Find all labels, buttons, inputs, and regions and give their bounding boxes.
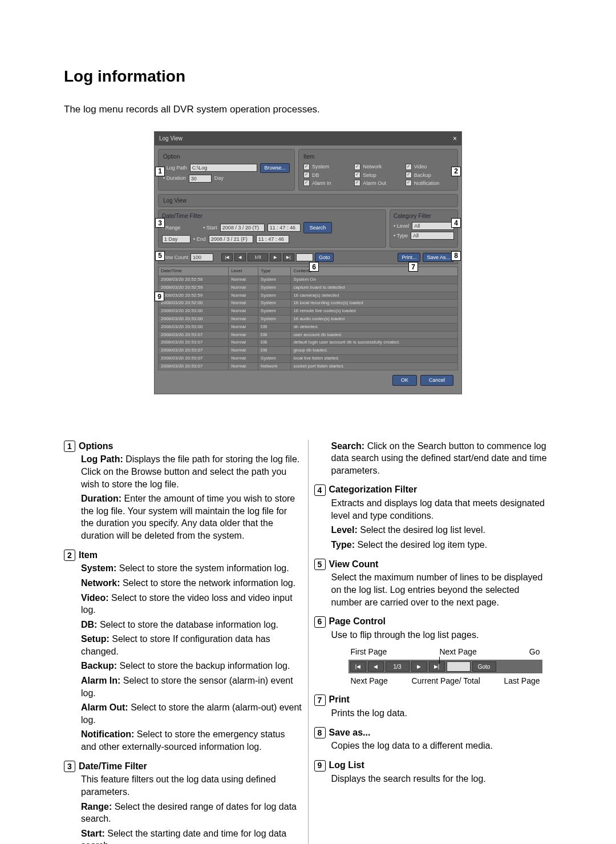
cancel-button[interactable]: Cancel (420, 375, 453, 385)
pd-go-label: Go (529, 647, 540, 657)
item-check-alarm-out[interactable]: ✓Alarm Out (354, 180, 402, 187)
callout-2: 2 (451, 167, 461, 176)
item-check-notification[interactable]: ✓Notification (406, 180, 453, 187)
close-icon[interactable]: × (453, 134, 457, 143)
item-panel: 2 Item ✓System✓Network✓Video✓DB✓Setup✓Ba… (298, 149, 458, 191)
pd-goto-button: Goto (472, 661, 496, 672)
start-date-input[interactable]: 2008 / 3 / 20 (T) (220, 224, 265, 232)
checkbox-icon[interactable]: ✓ (303, 172, 310, 178)
callout-4-ref: 4 (314, 484, 326, 496)
saveas-button[interactable]: Save As... (423, 253, 454, 262)
end-date-input[interactable]: 2008 / 3 / 21 (F) (209, 235, 253, 243)
checkbox-icon[interactable]: ✓ (406, 180, 412, 186)
callout-3: 3 (155, 218, 165, 228)
callout-2-ref: 2 (64, 550, 75, 561)
type-select[interactable]: All (411, 232, 454, 240)
datetime-filter-panel: 3 Date/Time Filter • Range • Start 2008 … (158, 209, 386, 248)
pd-last-label: Last Page (504, 676, 540, 686)
cat-heading: Categorization Filter (329, 484, 418, 494)
callout-5: 5 (155, 251, 165, 261)
column-divider (308, 440, 309, 844)
goto-input[interactable] (296, 253, 313, 261)
window-title: Log View (159, 135, 453, 143)
cat-header: Category Filter (394, 212, 454, 220)
callout-8-ref: 8 (314, 727, 326, 738)
print-button[interactable]: Print... (398, 253, 420, 262)
duration-input[interactable]: 30 (189, 175, 212, 183)
pc-heading: Page Control (329, 616, 386, 626)
print-heading: Print (329, 694, 350, 704)
item-check-setup[interactable]: ✓Setup (354, 172, 402, 179)
checkbox-icon[interactable]: ✓ (406, 164, 412, 170)
duration-unit: Day (214, 175, 224, 181)
last-page-icon[interactable]: ▶| (283, 253, 294, 261)
table-row[interactable]: 2008/03/20 20:53:07NormalNetworksocket p… (159, 362, 458, 370)
checkbox-icon[interactable]: ✓ (303, 180, 310, 186)
callout-7: 7 (408, 262, 418, 272)
item-check-backup[interactable]: ✓Backup (406, 172, 453, 179)
start-label: • Start (203, 224, 217, 231)
log-view-window: Log View × 1 Option • Log Path C:\Log Br… (154, 131, 462, 394)
view-count-input[interactable]: 100 (191, 253, 213, 261)
item-check-db[interactable]: ✓DB (303, 172, 351, 179)
callout-6: 6 (309, 262, 319, 272)
table-row[interactable]: 2008/03/20 20:52:59NormalSystemcapture b… (159, 284, 458, 292)
table-row[interactable]: 2008/03/20 20:53:00NormalDBdb detected. (159, 323, 458, 331)
log-path-input[interactable]: C:\Log (190, 164, 258, 172)
view-count-label: View Count (162, 254, 188, 261)
pd-prev-icon: ◀ (368, 661, 384, 672)
pd-next-icon: ▶ (411, 661, 427, 672)
prev-page-icon[interactable]: ◀ (234, 253, 246, 261)
table-row[interactable]: 2008/03/20 20:53:07NormalDBgroup db load… (159, 347, 458, 355)
checkbox-icon[interactable]: ✓ (303, 164, 310, 170)
item-check-system[interactable]: ✓System (303, 163, 351, 170)
start-time-input[interactable]: 11 : 47 : 46 (268, 224, 301, 232)
col-date-time: Date/Time (159, 267, 229, 276)
col-type: Type (258, 267, 291, 276)
pager-diagram: First Page Next Page Go |◀ ◀ 1/3 ▶ ▶| Go… (348, 647, 542, 686)
vc-heading: View Count (329, 559, 379, 569)
checkbox-icon[interactable]: ✓ (406, 172, 412, 178)
table-row[interactable]: 2008/03/20 20:52:59NormalSystem16 camera… (159, 292, 458, 300)
browse-button[interactable]: Browse... (260, 163, 290, 172)
table-row[interactable]: 2008/03/20 20:52:00NormalSystem16 local … (159, 300, 458, 308)
table-row[interactable]: 2008/03/20 20:53:07NormalDBdefault login… (159, 339, 458, 347)
item-check-alarm-in[interactable]: ✓Alarm In (303, 180, 351, 187)
range-select[interactable]: 1 Day (162, 235, 191, 243)
dt-heading: Date/Time Filter (79, 761, 147, 771)
save-heading: Save as... (329, 728, 371, 737)
table-row[interactable]: 2008/03/20 20:53:00NormalSystem16 remote… (159, 308, 458, 316)
pd-next2-label: Next Page (351, 676, 388, 686)
callout-6-ref: 6 (314, 616, 326, 628)
log-path-term: Log Path: (81, 454, 123, 464)
table-row[interactable]: 2008/03/20 20:53:00NormalSystem16 audio … (159, 315, 458, 323)
end-label: • End (193, 236, 206, 243)
first-page-icon[interactable]: |◀ (221, 253, 233, 261)
duration-label: • Duration (163, 175, 186, 181)
checkbox-icon[interactable]: ✓ (354, 180, 360, 186)
table-row[interactable]: 2008/03/20 20:53:07NormalSystemlocal liv… (159, 354, 458, 362)
callout-4: 4 (451, 218, 461, 228)
callout-8: 8 (451, 251, 461, 261)
pd-last-icon: ▶| (429, 661, 445, 672)
pd-next-label: Next Page (439, 647, 476, 657)
search-button[interactable]: Search (303, 222, 333, 233)
checkbox-icon[interactable]: ✓ (354, 164, 360, 170)
search-term: Search: (331, 441, 365, 451)
table-row[interactable]: 2008/03/20 20:52:58NormalSystemSystem On (159, 276, 458, 284)
list-heading: Log List (329, 760, 364, 770)
item-check-video[interactable]: ✓Video (406, 163, 453, 170)
callout-9-ref: 9 (314, 760, 326, 772)
options-heading: Options (79, 441, 113, 451)
pd-goto-input (447, 661, 471, 672)
end-time-input[interactable]: 11 : 47 : 46 (256, 235, 289, 243)
level-select[interactable]: All (412, 222, 454, 230)
table-row[interactable]: 2008/03/20 20:53:07NormalDBuser account … (159, 331, 458, 339)
item-check-network[interactable]: ✓Network (354, 163, 402, 170)
checkbox-icon[interactable]: ✓ (354, 172, 360, 178)
item-heading: Item (79, 550, 98, 560)
goto-button[interactable]: Goto (315, 253, 334, 262)
next-page-icon[interactable]: ▶ (270, 253, 281, 261)
ok-button[interactable]: OK (392, 375, 417, 385)
pd-current-label: Current Page/ Total (388, 676, 504, 686)
